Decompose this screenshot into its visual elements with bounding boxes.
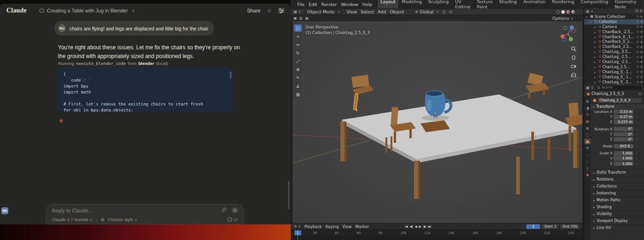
jump-to-end-button[interactable]: ▶| bbox=[428, 225, 431, 228]
prev-keyframe-button[interactable]: ◀| bbox=[410, 225, 413, 228]
animate-dot-icon[interactable]: ∘ bbox=[635, 128, 638, 131]
tab-physics[interactable]: ◌ bbox=[584, 159, 591, 164]
animate-dot-icon[interactable]: ∘ bbox=[635, 162, 638, 165]
hide-eye-icon[interactable]: ⊙ bbox=[637, 25, 639, 29]
properties-editor-type-button[interactable]: ▦ bbox=[586, 86, 593, 90]
animate-dot-icon[interactable]: ∘ bbox=[635, 145, 638, 148]
timeline-menu-item[interactable]: View bbox=[342, 224, 351, 229]
topbar-menu-item[interactable]: Edit bbox=[309, 2, 317, 7]
field-value[interactable]: 0° bbox=[614, 132, 633, 137]
property-section-row[interactable]: ▸ Visibility bbox=[591, 211, 644, 217]
chat-scrollbar[interactable] bbox=[288, 181, 289, 209]
tool-select-box[interactable]: ▢ bbox=[294, 24, 302, 32]
field-value[interactable]: XYZ E.. bbox=[614, 144, 633, 149]
hide-eye-icon[interactable]: ⊙ bbox=[637, 65, 639, 69]
proportional-editing-icon[interactable]: ◎ bbox=[449, 10, 452, 14]
hide-eye-icon[interactable]: ⊙ bbox=[637, 35, 639, 39]
disable-camera-icon[interactable]: ◈ bbox=[640, 80, 643, 84]
property-section-row[interactable]: ▸ Delta Transform bbox=[591, 169, 644, 176]
tab-material[interactable]: ◉ bbox=[584, 172, 591, 178]
shading-solid-button[interactable] bbox=[561, 10, 565, 14]
expand-caret-icon[interactable]: ▸ bbox=[594, 45, 597, 48]
tool-settings-icon-2[interactable]: ▥ bbox=[299, 16, 303, 20]
zoom-button[interactable] bbox=[571, 46, 576, 52]
outliner-row[interactable]: ▸ ▽ ChairLeg_-2.5... ⊙ ◈ bbox=[584, 49, 644, 54]
hide-eye-icon[interactable]: ⊙ bbox=[637, 15, 639, 18]
tool-cursor[interactable]: ⌖ bbox=[294, 33, 302, 40]
shading-wireframe-button[interactable] bbox=[556, 10, 560, 14]
transform-section-header[interactable]: ▾ Transform bbox=[591, 104, 644, 109]
field-value[interactable]: 0° bbox=[614, 137, 633, 142]
hide-eye-icon[interactable]: ⊙ bbox=[637, 20, 639, 23]
property-section-row[interactable]: ▸ Instancing bbox=[591, 190, 644, 197]
hide-eye-icon[interactable]: ⊙ bbox=[637, 40, 639, 44]
timeline-ruler[interactable]: 20406080100120140160180200220240 1 bbox=[291, 229, 582, 236]
disable-camera-icon[interactable]: ◈ bbox=[640, 65, 643, 69]
pin-icon[interactable]: ◎ bbox=[638, 92, 642, 96]
outliner-filter-icon[interactable]: ∇ bbox=[640, 9, 642, 13]
animate-dot-icon[interactable]: ∘ bbox=[635, 138, 638, 141]
tool-annotate[interactable]: ✎ bbox=[294, 74, 302, 82]
disable-camera-icon[interactable]: ◈ bbox=[640, 70, 643, 74]
paperclip-icon[interactable] bbox=[220, 207, 226, 213]
outliner-row[interactable]: ▸ ▽ ChairLeg_0_-1... ⊙ ◈ bbox=[584, 70, 644, 75]
lock-icon[interactable]: · bbox=[639, 157, 643, 160]
topbar-menu-item[interactable]: Render bbox=[321, 2, 337, 7]
tool-rotate[interactable]: ↻ bbox=[294, 49, 302, 57]
property-section-row[interactable]: ▸ Line Art bbox=[591, 224, 644, 231]
timeline-track-area[interactable] bbox=[291, 236, 582, 240]
timeline-menu-item[interactable]: Marker bbox=[356, 224, 369, 229]
stray-chair-leg-3[interactable] bbox=[516, 157, 520, 194]
disable-camera-icon[interactable]: ◈ bbox=[640, 15, 643, 18]
options-dropdown[interactable]: Options bbox=[552, 16, 573, 21]
code-scrollbar[interactable] bbox=[230, 71, 231, 79]
field-value[interactable]: 1.000 bbox=[614, 162, 633, 166]
shading-rendered-button[interactable] bbox=[571, 10, 575, 14]
lock-icon[interactable]: · bbox=[639, 120, 643, 123]
share-button[interactable]: Share bbox=[247, 8, 260, 13]
expand-caret-icon[interactable]: ▸ bbox=[594, 76, 597, 79]
disable-camera-icon[interactable]: ◈ bbox=[640, 60, 643, 64]
expand-caret-icon[interactable]: ▸ bbox=[594, 60, 597, 64]
outliner-row[interactable]: ▸ ◅ Camera ⊙ ◈ bbox=[584, 24, 644, 29]
star-icon[interactable]: ☆ bbox=[267, 7, 272, 14]
animate-dot-icon[interactable]: ∘ bbox=[635, 157, 638, 160]
message-input[interactable]: Reply to Claude... bbox=[52, 208, 92, 213]
hide-eye-icon[interactable]: ⊙ bbox=[637, 80, 639, 84]
hide-eye-icon[interactable]: ⊙ bbox=[637, 50, 639, 54]
hide-eye-icon[interactable]: ⊙ bbox=[637, 75, 639, 79]
current-frame-marker[interactable]: 1 bbox=[294, 230, 301, 235]
tab-render[interactable]: ◨ bbox=[584, 105, 591, 111]
stray-chair-leg-4[interactable] bbox=[531, 132, 534, 160]
disable-camera-icon[interactable]: ◈ bbox=[640, 40, 643, 44]
lock-icon[interactable]: · bbox=[639, 145, 643, 148]
tab-scene[interactable]: ◍ bbox=[584, 125, 591, 131]
disable-camera-icon[interactable]: ◈ bbox=[640, 25, 643, 29]
expand-caret-icon[interactable]: ▸ bbox=[594, 65, 597, 69]
outliner-row[interactable]: ▸ ▽ ChairLeg_2.5... ⊙ ◈ bbox=[584, 64, 644, 70]
model-selector[interactable]: Claude 3.7 Sonnet bbox=[52, 217, 92, 222]
disable-camera-icon[interactable]: ◈ bbox=[640, 35, 643, 39]
next-keyframe-button[interactable]: |▶ bbox=[423, 225, 426, 228]
outliner-row[interactable]: ▸ ▽ ChairBack_-2.5... ⊙ ◈ bbox=[584, 29, 644, 35]
usage-counter[interactable]: ↑ 17 bbox=[228, 217, 238, 222]
hide-eye-icon[interactable]: ⊙ bbox=[637, 70, 639, 74]
topbar-menu-item[interactable]: Help bbox=[362, 2, 373, 7]
tool-settings-icon-1[interactable]: ▣ bbox=[293, 16, 297, 20]
tool-scale[interactable]: ⤢ bbox=[294, 58, 302, 65]
viewport-menu-item[interactable]: View bbox=[346, 9, 357, 14]
field-value[interactable]: 2.23 m bbox=[614, 110, 633, 114]
outliner-row[interactable]: ▸ ▽ ChairLeg_-2.5... ⊙ ◈ bbox=[584, 54, 644, 59]
viewport-menu-item[interactable]: Object bbox=[390, 9, 404, 14]
tool-move[interactable]: ↔ bbox=[294, 41, 302, 48]
animate-dot-icon[interactable]: ∘ bbox=[635, 133, 638, 136]
lock-icon[interactable]: · bbox=[639, 133, 643, 136]
tool-settings-icon-3[interactable]: ▦ bbox=[305, 16, 309, 20]
hide-eye-icon[interactable]: ⊙ bbox=[637, 60, 639, 64]
property-section-row[interactable]: ▸ Relations bbox=[591, 176, 644, 183]
outliner-row[interactable]: ▸ ▽ ChairBack_0_-1... ⊙ ◈ bbox=[584, 35, 644, 40]
chair-floating-right[interactable] bbox=[525, 73, 549, 99]
properties-search-input[interactable]: Search bbox=[595, 86, 642, 90]
outliner-search-icon[interactable] bbox=[635, 9, 638, 12]
animate-dot-icon[interactable]: ∘ bbox=[635, 110, 638, 113]
